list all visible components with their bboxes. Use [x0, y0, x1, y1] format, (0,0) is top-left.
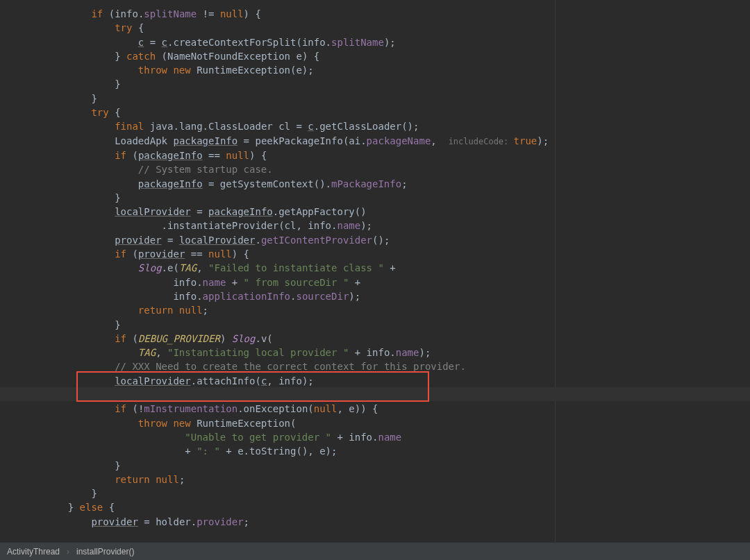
code-line[interactable]: c = c.createContextForSplit(info.splitNa… — [44, 35, 750, 49]
code-line[interactable]: Slog.e(TAG, "Failed to instantiate class… — [44, 261, 750, 275]
code-line[interactable]: try { — [44, 105, 750, 119]
code-line[interactable]: if (info.splitName != null) { — [44, 7, 750, 21]
code-line[interactable]: if (packageInfo == null) { — [44, 149, 750, 162]
code-line[interactable]: // XXX Need to create the correct contex… — [44, 359, 750, 373]
code-line[interactable]: .instantiateProvider(cl, info.name); — [44, 219, 750, 232]
code-line[interactable]: LoadedApk packageInfo = peekPackageInfo(… — [44, 134, 750, 149]
breadcrumb-class[interactable]: ActivityThread — [7, 547, 60, 557]
code-line[interactable]: final java.lang.ClassLoader cl = c.getCl… — [44, 119, 750, 133]
code-line[interactable]: } — [44, 318, 750, 332]
right-margin-guide — [555, 0, 556, 542]
code-line[interactable]: // System startup case. — [44, 162, 750, 176]
caret-line-highlight — [0, 387, 750, 401]
code-line[interactable]: try { — [44, 21, 750, 35]
code-line[interactable]: info.name + " from sourceDir " + — [44, 275, 750, 289]
code-line[interactable]: + ": " + e.toString(), e); — [44, 444, 750, 458]
code-line[interactable]: if (provider == null) { — [44, 247, 750, 261]
code-line[interactable]: TAG, "Instantiating local provider " + i… — [44, 346, 750, 359]
code-line[interactable]: throw new RuntimeException(e); — [44, 63, 750, 77]
code-line[interactable]: } — [44, 77, 750, 91]
code-line[interactable]: } — [44, 191, 750, 205]
breadcrumb-separator-icon: › — [67, 547, 69, 557]
code-line[interactable]: throw new RuntimeException( — [44, 416, 750, 430]
breadcrumb-bar: ActivityThread › installProvider() — [0, 542, 750, 560]
code-line[interactable]: return null; — [44, 303, 750, 317]
code-line[interactable]: } — [44, 92, 750, 105]
code-line[interactable]: provider = localProvider.getIContentProv… — [44, 233, 750, 247]
code-line[interactable]: localProvider = packageInfo.getAppFactor… — [44, 205, 750, 219]
code-line[interactable]: provider = holder.provider; — [44, 515, 750, 529]
code-line[interactable]: } catch (NameNotFoundException e) { — [44, 49, 750, 63]
code-editor[interactable]: if (info.splitName != null) { try { c = … — [0, 0, 750, 542]
code-line[interactable]: } else { — [44, 500, 750, 514]
code-line[interactable]: packageInfo = getSystemContext().mPackag… — [44, 177, 750, 191]
code-line[interactable]: if (DEBUG_PROVIDER) Slog.v( — [44, 332, 750, 346]
code-line[interactable]: if (!mInstrumentation.onException(null, … — [44, 402, 750, 416]
code-line[interactable]: return null; — [44, 473, 750, 486]
code-block[interactable]: if (info.splitName != null) { try { c = … — [0, 7, 750, 529]
breadcrumb-method[interactable]: installProvider() — [76, 547, 134, 557]
code-line[interactable]: localProvider.attachInfo(c, info); — [44, 374, 750, 388]
code-line[interactable]: "Unable to get provider " + info.name — [44, 430, 750, 444]
code-line[interactable]: } — [44, 486, 750, 500]
code-line[interactable]: info.applicationInfo.sourceDir); — [44, 289, 750, 303]
code-line[interactable]: } — [44, 459, 750, 473]
